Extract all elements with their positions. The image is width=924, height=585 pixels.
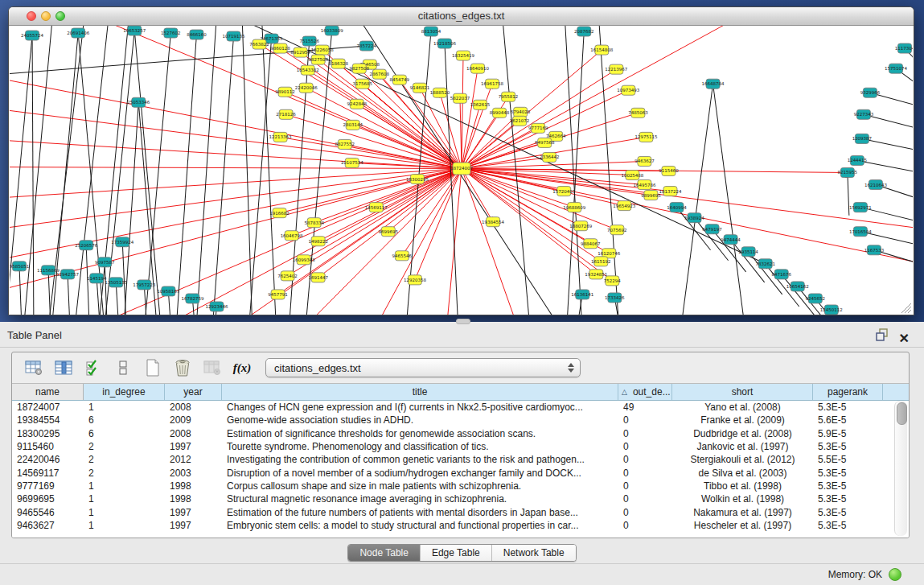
table-cell-short: Wolkin et al. (1998) <box>672 493 813 505</box>
table-cell-title: Investigating the contribution of common… <box>222 454 618 465</box>
table-settings-icon[interactable] <box>23 358 44 377</box>
column-header-label: title <box>409 386 431 398</box>
citation-edge-red <box>10 168 462 231</box>
tab-node-table[interactable]: Node Table <box>348 545 421 561</box>
table-tabs-row: Node Table Edge Table Network Table <box>0 542 924 564</box>
table-cell-title: Tourette syndrome. Phenomenology and cla… <box>222 441 618 452</box>
table-body: 1872400712008Changes of HCN gene express… <box>12 401 909 538</box>
graph-node-label: 22420046 <box>295 85 318 90</box>
table-panel: Table Panel ✕ <box>0 322 924 585</box>
graph-node-label: 9146821 <box>410 85 429 90</box>
show-columns-icon[interactable] <box>53 358 74 377</box>
graph-node-label: 19654923 <box>613 204 635 208</box>
table-cell-short: de Silva et al. (2003) <box>672 468 813 479</box>
graph-node-label: 9474444 <box>721 237 741 242</box>
table-cell-year: 1997 <box>165 520 222 531</box>
citation-edge-red <box>10 167 462 168</box>
sort-ascending-icon: △ <box>622 388 627 396</box>
graph-node-label: 16046798 <box>281 233 303 238</box>
graph-node-label: 16648784 <box>702 81 725 86</box>
graph-node-label: 7485063 <box>628 110 648 115</box>
table-selector-dropdown[interactable]: citations_edges.txt <box>265 358 581 377</box>
graph-node-label: 19218506 <box>433 41 456 46</box>
table-row[interactable]: 1938455462009Genome-wide association stu… <box>12 414 909 426</box>
network-canvas[interactable]: 1872400724055724206914061065325715276028… <box>10 26 913 315</box>
graph-node-label: 9890112 <box>275 89 294 94</box>
tab-network-table[interactable]: Network Table <box>492 545 576 561</box>
table-cell-short: Tibbo et al. (1998) <box>672 480 813 492</box>
window-titlebar[interactable]: citations_edges.txt <box>9 7 914 26</box>
new-table-icon[interactable] <box>142 358 163 377</box>
citation-edge-red <box>318 168 462 277</box>
graph-node-label: 6497568 <box>535 140 555 145</box>
column-header-out_degree[interactable]: △out_de... <box>618 384 672 400</box>
table-cell-out_degree: 0 <box>618 428 672 439</box>
dropdown-stepper-icon <box>562 359 580 377</box>
citation-edge-black <box>32 35 34 315</box>
table-cell-pagerank: 5.3E-5 <box>813 493 883 505</box>
table-cell-year: 2012 <box>165 454 222 465</box>
graph-node-label: 7955812 <box>499 94 518 99</box>
column-header-short[interactable]: short <box>672 384 813 400</box>
column-header-name[interactable]: name <box>12 384 84 400</box>
function-builder-icon[interactable]: f(x) <box>232 358 253 377</box>
graph-node-label: 1117304 <box>895 46 913 51</box>
window-title: citations_edges.txt <box>9 10 914 22</box>
resize-grip[interactable] <box>898 300 911 313</box>
table-cell-name: 9699695 <box>12 493 84 505</box>
graph-node-label: 752294 <box>604 278 621 283</box>
memory-status-label: Memory: OK <box>828 569 882 580</box>
graph-node-label: 9329966 <box>860 90 881 95</box>
graph-node-label: 8215955 <box>838 171 858 175</box>
table-row[interactable]: 969969511998Structural magnetic resonanc… <box>12 492 909 505</box>
table-cell-out_degree: 0 <box>618 468 672 479</box>
graph-node-label: 10107534 <box>341 160 363 165</box>
table-row[interactable]: 946554611997Estimation of the future num… <box>12 505 909 518</box>
column-header-year[interactable]: year <box>165 384 222 400</box>
table-cell-title: Estimation of significance thresholds fo… <box>222 428 618 439</box>
citation-graph[interactable]: 1872400724055724206914061065325715276028… <box>10 26 913 315</box>
tab-edge-table[interactable]: Edge Table <box>421 545 492 561</box>
table-cell-in_degree: 6 <box>84 428 165 439</box>
table-row[interactable]: 977716911998Corpus callosum shape and si… <box>12 480 909 492</box>
table-cell-in_degree: 2 <box>84 441 165 452</box>
table-cell-short: Stergiakouli et al. (2012) <box>672 454 813 465</box>
table-row[interactable]: 1830029562008Estimation of significance … <box>12 427 909 440</box>
graph-node-label: 18300295 <box>406 177 429 182</box>
column-header-title[interactable]: title <box>222 384 618 400</box>
graph-node-label: 6479197 <box>702 227 722 232</box>
table-cell-short: Jankovic et al. (1997) <box>672 441 813 452</box>
table-cell-pagerank: 5.5E-5 <box>813 454 883 465</box>
graph-node-label: 6794028 <box>511 109 531 114</box>
column-header-pagerank[interactable]: pagerank <box>813 384 883 400</box>
table-cell-pagerank: 5.3E-5 <box>813 402 883 413</box>
column-header-in_degree[interactable]: in_degree <box>84 384 165 400</box>
select-rows-icon[interactable] <box>83 358 104 377</box>
table-row[interactable]: 946362711997Embryonic stem cells: a mode… <box>12 519 909 532</box>
table-row[interactable]: 1872400712008Changes of HCN gene express… <box>12 401 909 414</box>
graph-node-label: 2867608 <box>370 72 390 76</box>
close-panel-icon[interactable]: ✕ <box>899 326 910 351</box>
graph-node-label: 10958167 <box>157 289 179 294</box>
table-cell-in_degree: 1 <box>84 402 165 413</box>
table-header-row: namein_degreeyeartitle△out_de...shortpag… <box>12 383 909 401</box>
table-cell-out_degree: 0 <box>618 520 672 531</box>
graph-node-label: 12213967 <box>605 67 627 72</box>
table-row[interactable]: 2242004622012Investigating the contribut… <box>12 453 909 466</box>
table-cell-name: 18724007 <box>12 402 84 413</box>
float-window-icon[interactable] <box>876 328 889 341</box>
vertical-scrollbar[interactable] <box>894 401 907 536</box>
graph-node-label: 16210643 <box>864 183 887 187</box>
merge-tables-icon[interactable] <box>113 358 133 377</box>
graph-node-label: 25206576 <box>75 243 97 248</box>
table-row[interactable]: 911546021997Tourette syndrome. Phenomeno… <box>12 440 909 453</box>
graph-node-label: 9115460 <box>659 169 679 174</box>
graph-node-label: 1733426 <box>605 295 625 300</box>
delete-rows-trash-icon[interactable] <box>172 358 193 377</box>
table-row[interactable]: 1456911722003Disruption of a novel membe… <box>12 466 909 479</box>
graph-node-label: 1244415 <box>848 158 868 163</box>
graph-node-label: 8454749 <box>390 77 410 82</box>
delete-table-icon[interactable] <box>202 358 223 377</box>
scrollbar-thumb[interactable] <box>897 402 907 425</box>
graph-node-label: 10654162 <box>786 284 809 289</box>
